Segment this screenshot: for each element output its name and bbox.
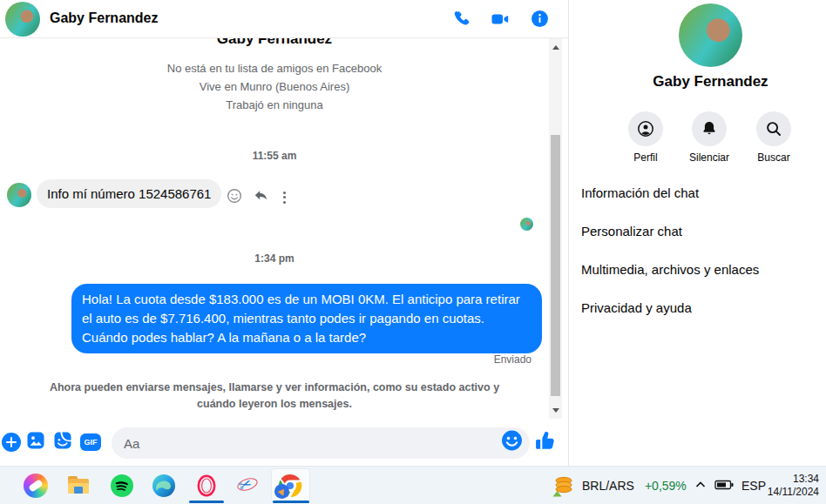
emoji-picker-icon[interactable] xyxy=(501,430,523,455)
menu-item-media-files-links[interactable]: Multimedia, archivos y enlaces xyxy=(581,262,816,277)
battery-icon[interactable] xyxy=(714,478,735,495)
language-indicator[interactable]: ESP xyxy=(741,467,766,504)
seen-indicator-avatar xyxy=(520,218,533,231)
received-message-bubble[interactable]: Info mí número 1524586761 xyxy=(37,179,221,208)
file-explorer-icon[interactable] xyxy=(66,474,91,498)
ticker-pair: BRL/ARS xyxy=(582,479,634,493)
message-composer: GIF xyxy=(0,419,568,466)
clock-date: 14/11/2024 xyxy=(768,486,819,499)
chrome-running-indicator xyxy=(273,501,309,503)
opera-icon[interactable] xyxy=(194,474,219,498)
sent-status: Enviado xyxy=(494,353,531,366)
chat-scrollbar[interactable] xyxy=(549,38,562,419)
conversation-notice: Ahora pueden enviarse mensajes, llamarse… xyxy=(30,380,518,413)
search-icon xyxy=(756,111,791,146)
mute-action-button[interactable]: Silenciar xyxy=(679,111,740,164)
attach-image-icon[interactable] xyxy=(26,431,45,454)
profile-info: No está en tu lista de amigos en Faceboo… xyxy=(0,59,549,114)
action-label: Buscar xyxy=(743,151,804,164)
search-action-button[interactable]: Buscar xyxy=(743,111,804,164)
sticker-icon[interactable] xyxy=(53,431,72,454)
messenger-window: Gaby Fernandez Gaby Fernandez No está en… xyxy=(0,0,826,504)
profile-info-line: No está en tu lista de amigos en Faceboo… xyxy=(0,59,549,77)
chrome-icon[interactable] xyxy=(278,474,302,498)
scroll-up-arrow[interactable] xyxy=(549,40,562,54)
clock-widget[interactable]: 13:34 14/11/2024 xyxy=(768,473,819,499)
menu-item-customize-chat[interactable]: Personalizar chat xyxy=(581,224,816,239)
opera-running-indicator xyxy=(189,501,224,503)
gif-icon[interactable]: GIF xyxy=(80,433,101,451)
message-input[interactable] xyxy=(112,427,530,459)
profile-info-line: Vive en Munro (Buenos Aires) xyxy=(0,77,549,96)
edge-icon[interactable] xyxy=(152,474,176,498)
coins-icon xyxy=(551,474,575,498)
send-like-icon[interactable] xyxy=(535,429,558,455)
snipping-tool-icon[interactable]: ✂ xyxy=(236,474,261,498)
currency-ticker-widget[interactable]: BRL/ARS +0,59% xyxy=(551,467,687,504)
message-timestamp: 1:34 pm xyxy=(0,252,549,265)
sent-message-bubble[interactable]: Hola! La cuota desde $183.000 es de un M… xyxy=(71,284,542,353)
scroll-down-arrow[interactable] xyxy=(549,403,562,417)
scrollbar-thumb[interactable] xyxy=(551,135,560,396)
chrome-profile-badge xyxy=(274,484,289,499)
spotify-icon[interactable] xyxy=(110,474,134,498)
open-more-actions-icon[interactable] xyxy=(2,433,21,452)
message-timestamp: 11:55 am xyxy=(0,150,549,162)
profile-section-name: Gaby Fernandez xyxy=(0,38,549,48)
action-label: Silenciar xyxy=(679,151,740,164)
profile-action-button[interactable]: Perfil xyxy=(615,111,676,164)
conversation-info-icon[interactable] xyxy=(531,10,549,28)
bell-icon xyxy=(692,111,727,146)
chat-header: Gaby Fernandez xyxy=(0,0,568,38)
show-hidden-icons-chevron[interactable] xyxy=(694,479,707,494)
windows-taskbar: ✂ BRL/ARS +0,59% xyxy=(0,466,826,504)
conversation-details-panel: Gaby Fernandez Perfil Silenciar Buscar I… xyxy=(569,0,826,466)
action-label: Perfil xyxy=(615,151,676,164)
conversation-area: Gaby Fernandez No está en tu lista de am… xyxy=(0,38,549,419)
ticker-change: +0,59% xyxy=(645,479,687,493)
sender-avatar xyxy=(7,183,31,207)
profile-avatar-large xyxy=(679,3,742,67)
menu-item-privacy-help[interactable]: Privacidad y ayuda xyxy=(581,300,816,315)
phone-call-icon[interactable] xyxy=(451,10,470,28)
person-icon xyxy=(628,111,663,146)
profile-info-line: Trabajó en ninguna xyxy=(0,96,549,114)
reply-icon[interactable] xyxy=(253,187,269,207)
copilot-icon[interactable] xyxy=(24,474,48,498)
react-icon[interactable] xyxy=(227,188,242,207)
clock-time: 13:34 xyxy=(768,473,819,486)
received-message-row: Info mí número 1524586761 xyxy=(0,179,549,214)
profile-name: Gaby Fernandez xyxy=(569,73,826,91)
contact-name: Gaby Fernandez xyxy=(50,10,158,26)
contact-avatar xyxy=(5,2,40,37)
video-call-icon[interactable] xyxy=(491,10,510,28)
more-options-icon[interactable] xyxy=(280,192,289,204)
menu-item-chat-info[interactable]: Información del chat xyxy=(581,185,816,200)
